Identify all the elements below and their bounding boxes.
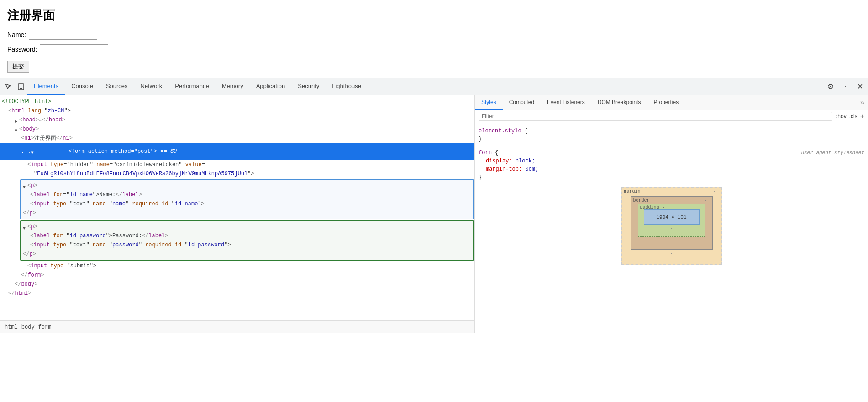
styles-filter-bar: :hov .cls + — [475, 110, 868, 123]
password-label: Password: — [7, 46, 37, 53]
html-line-p-name-open[interactable]: ▼ <p> — [23, 181, 472, 190]
device-toggle-icon[interactable] — [15, 80, 27, 93]
password-input[interactable] — [40, 44, 108, 54]
submit-button[interactable]: 提交 — [7, 61, 29, 73]
name-label: Name: — [7, 31, 26, 38]
head-expand-icon[interactable]: ▶ — [15, 118, 19, 122]
box-padding: padding - 1904 × 101 - — [638, 204, 705, 237]
tab-performance[interactable]: Performance — [168, 78, 215, 95]
cls-filter[interactable]: .cls — [849, 113, 857, 120]
svg-rect-0 — [18, 84, 24, 90]
tab-application[interactable]: Application — [250, 78, 292, 95]
box-margin: margin - border - padding - 1904 × 101 - — [621, 187, 722, 265]
page-title: 注册界面 — [7, 7, 861, 23]
padding-bottom-dash: - — [644, 226, 700, 231]
html-line-csrf2[interactable]: "Eu6LgR10shYi8npBdLEFo8FnorCB4VpxHO6WeRa… — [0, 169, 474, 178]
elements-breadcrumb: html body form — [0, 320, 474, 333]
html-line-label-password[interactable]: <label for="id_password"> Password: </la… — [23, 231, 472, 240]
name-input[interactable] — [29, 30, 97, 40]
breadcrumb-body[interactable]: body — [21, 324, 36, 330]
breadcrumb-form[interactable]: form — [37, 324, 53, 330]
page-content: 注册界面 Name: Password: 提交 — [0, 0, 868, 78]
margin-dash: - — [713, 189, 716, 194]
devtools-tabs: Elements Console Sources Network Perform… — [27, 78, 824, 95]
border-bottom-dash: - — [638, 238, 705, 243]
box-content-size: 1904 × 101 — [644, 209, 700, 225]
form-style-rule: form { user agent stylesheet display: bl… — [479, 149, 864, 182]
margin-label: margin — [624, 189, 641, 194]
styles-tab-styles[interactable]: Styles — [475, 95, 503, 110]
devtools-toolbar-right: ⚙ ⋮ ✕ — [824, 80, 866, 93]
html-line-label-name[interactable]: <label for="id_name"> Name: </label> — [23, 190, 472, 199]
border-label: border — [633, 198, 650, 203]
tab-security[interactable]: Security — [291, 78, 326, 95]
styles-tab-properties[interactable]: Properties — [647, 95, 685, 110]
box-border: border - padding - 1904 × 101 - - — [631, 196, 713, 250]
p-password-expand-icon[interactable]: ▼ — [23, 224, 27, 229]
name-row: Name: — [7, 30, 861, 40]
name-p-group[interactable]: ▼ <p> <label for="id_name"> Name: </labe… — [20, 179, 474, 219]
html-line-body[interactable]: ▼ <body> — [0, 125, 474, 134]
p-name-expand-icon[interactable]: ▼ — [23, 183, 27, 188]
tab-sources[interactable]: Sources — [100, 78, 134, 95]
html-line-form-close[interactable]: </form> — [0, 271, 474, 280]
html-line-p-password-open[interactable]: ▼ <p> — [23, 222, 472, 231]
content-dimensions: 1904 × 101 — [656, 214, 686, 220]
styles-tab-computed[interactable]: Computed — [503, 95, 541, 110]
styles-filter-right: :hov .cls + — [836, 112, 864, 120]
html-line-html-close[interactable]: </html> — [0, 289, 474, 298]
close-icon[interactable]: ✕ — [853, 80, 866, 93]
html-line-csrf1[interactable]: <input type="hidden" name="csrfmiddlewar… — [0, 160, 474, 169]
hov-filter[interactable]: :hov — [836, 113, 847, 120]
tab-network[interactable]: Network — [134, 78, 169, 95]
breadcrumb-html[interactable]: html — [4, 324, 19, 330]
password-row: Password: — [7, 44, 861, 54]
styles-filter-input[interactable] — [479, 112, 832, 121]
element-style-rule: element.style { } — [479, 127, 864, 143]
svg-rect-1 — [20, 88, 22, 89]
html-line-form[interactable]: ... ▼ <form action method="post"> == $0 — [0, 143, 474, 160]
styles-tab-dom-breakpoints[interactable]: DOM Breakpoints — [591, 95, 647, 110]
elements-panel: <!DOCTYPE html> <html lang="zh-CN"> ▶ <h… — [0, 95, 475, 333]
styles-content: element.style { } form { user agent styl… — [475, 123, 868, 333]
html-line-p-password-close[interactable]: </p> — [23, 250, 472, 259]
tab-elements[interactable]: Elements — [27, 78, 65, 95]
box-model-diagram: margin - border - padding - 1904 × 101 - — [621, 187, 722, 265]
tab-lighthouse[interactable]: Lighthouse — [326, 78, 368, 95]
devtools-panel: Elements Console Sources Network Perform… — [0, 78, 868, 333]
body-expand-icon[interactable]: ▼ — [15, 127, 19, 131]
html-line-h1[interactable]: <h1> 注册界面 </h1> — [0, 134, 474, 143]
add-style-icon[interactable]: + — [860, 112, 864, 120]
styles-tab-more-icon[interactable]: » — [857, 95, 868, 110]
margin-bottom-dash: - — [631, 251, 713, 256]
devtools-body: <!DOCTYPE html> <html lang="zh-CN"> ▶ <h… — [0, 95, 868, 333]
inspect-icon[interactable] — [2, 80, 15, 93]
doctype-text: <!DOCTYPE html> — [2, 98, 51, 106]
html-line-input-name[interactable]: <input type="text" name="name" required … — [23, 199, 472, 209]
html-line-body-close[interactable]: </body> — [0, 280, 474, 289]
devtools-toolbar: Elements Console Sources Network Perform… — [0, 78, 868, 95]
html-line-input-password[interactable]: <input type="text" name="password" requi… — [23, 240, 472, 250]
styles-tabs: Styles Computed Event Listeners DOM Brea… — [475, 95, 868, 110]
html-line-doctype[interactable]: <!DOCTYPE html> — [0, 97, 474, 106]
elements-content[interactable]: <!DOCTYPE html> <html lang="zh-CN"> ▶ <h… — [0, 95, 474, 320]
html-line-html[interactable]: <html lang="zh-CN"> — [0, 106, 474, 115]
form-expand-icon[interactable]: ▼ — [31, 149, 36, 154]
padding-label: padding - — [640, 205, 665, 210]
border-dash: - — [704, 198, 707, 203]
settings-icon[interactable]: ⚙ — [824, 80, 837, 93]
html-line-submit[interactable]: <input type="submit"> — [0, 261, 474, 271]
styles-tab-event-listeners[interactable]: Event Listeners — [541, 95, 591, 110]
html-line-head[interactable]: ▶ <head> … </head> — [0, 115, 474, 125]
password-p-group[interactable]: ▼ <p> <label for="id_password"> Password… — [20, 220, 474, 261]
styles-panel: Styles Computed Event Listeners DOM Brea… — [475, 95, 868, 333]
more-options-icon[interactable]: ⋮ — [839, 80, 852, 93]
tab-memory[interactable]: Memory — [216, 78, 250, 95]
html-line-p-name-close[interactable]: </p> — [23, 209, 472, 218]
tab-console[interactable]: Console — [65, 78, 100, 95]
